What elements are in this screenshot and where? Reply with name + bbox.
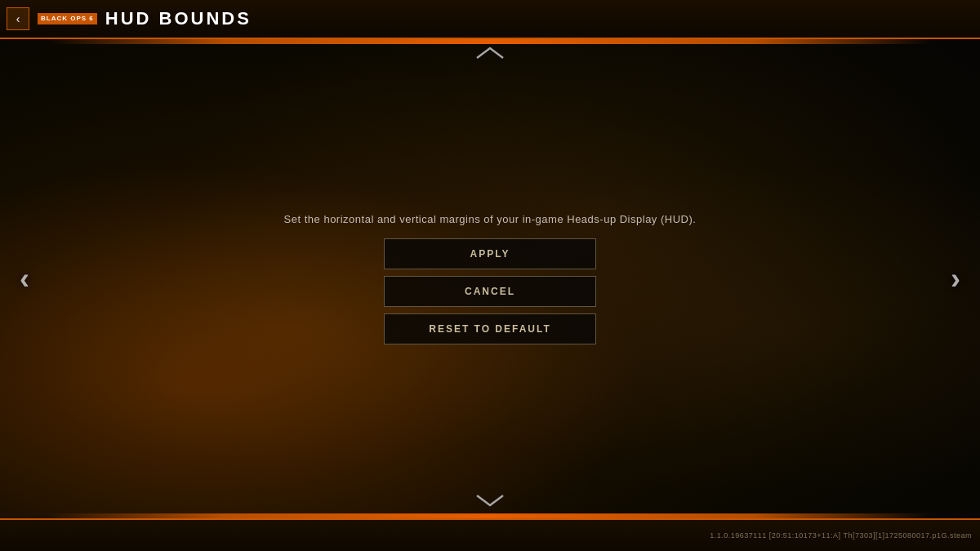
back-button[interactable]: ‹ [7,7,29,30]
scroll-up-button[interactable] [475,45,505,64]
reset-to-default-button[interactable]: RESET TO DEFAULT [384,313,596,344]
version-text: 1.1.0.19637111 [20:51:10173+11:A] Th[730… [710,531,972,540]
left-nav-button[interactable]: ‹ [0,39,49,518]
top-bar: ‹ BLACK OPS 6 HUD BOUNDS [0,0,980,39]
scroll-down-button[interactable] [475,492,505,512]
action-buttons: APPLY CANCEL RESET TO DEFAULT [384,238,596,344]
cancel-button[interactable]: CANCEL [384,276,596,307]
game-logo: BLACK OPS 6 [38,13,97,24]
chevron-up-icon [475,45,505,61]
left-arrow-icon: ‹ [20,262,29,296]
game-logo-text: BLACK OPS 6 [38,13,97,24]
main-content: Set the horizontal and vertical margins … [49,39,931,518]
chevron-down-icon [475,492,505,509]
hud-description: Set the horizontal and vertical margins … [284,213,697,225]
back-arrow-icon: ‹ [16,12,20,25]
bottom-bar: 1.1.0.19637111 [20:51:10173+11:A] Th[730… [0,518,980,551]
page-title: HUD BOUNDS [105,8,252,29]
right-nav-button[interactable]: › [931,39,980,518]
right-arrow-icon: › [951,262,960,296]
apply-button[interactable]: APPLY [384,238,596,269]
